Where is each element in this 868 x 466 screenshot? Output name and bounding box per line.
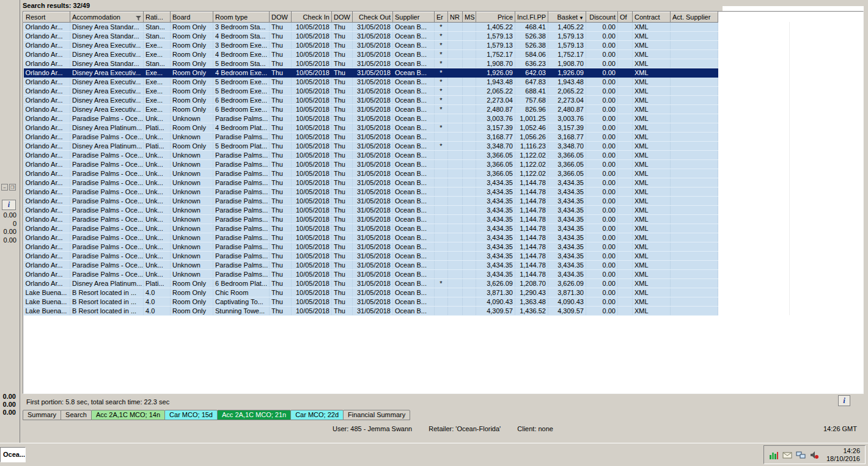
- column-header-rati-[interactable]: Rati...: [144, 12, 171, 23]
- tab-acc-2a-1c-mco-21n[interactable]: Acc 2A,1C MCO; 21n: [217, 410, 291, 420]
- result-row[interactable]: Orlando Ar...Disney Area Executiv...Exe.…: [24, 87, 718, 96]
- cell: Thu: [270, 123, 292, 133]
- cell: [671, 105, 718, 114]
- column-header-discount[interactable]: Discount: [586, 12, 618, 23]
- column-label: Room type: [215, 13, 248, 21]
- tab-financial-summary[interactable]: Financial Summary: [343, 410, 410, 420]
- tab-acc-2a-1c-mco-14n[interactable]: Acc 2A,1C MCO; 14n: [91, 410, 165, 420]
- chart-icon[interactable]: [769, 450, 779, 460]
- column-header-of[interactable]: Of: [618, 12, 633, 23]
- cell: Ocean B...: [393, 133, 435, 142]
- result-row[interactable]: Orlando Ar...Disney Area Executiv...Exe.…: [24, 50, 718, 59]
- tab-summary[interactable]: Summary: [23, 410, 61, 420]
- cell: Thu: [270, 307, 292, 316]
- result-row[interactable]: Orlando Ar...Paradise Palms - Oce...Unk.…: [24, 206, 718, 215]
- column-header-dow[interactable]: DOW: [332, 12, 353, 23]
- audio-icon[interactable]: [809, 450, 819, 460]
- result-row[interactable]: Orlando Ar...Disney Area Platinum...Plat…: [24, 279, 718, 288]
- info-button[interactable]: i: [838, 395, 850, 406]
- panel-restore-icon[interactable]: ❐: [9, 184, 16, 191]
- cell: Ocean B...: [393, 142, 435, 151]
- result-row[interactable]: Orlando Ar...Disney Area Executiv...Exe.…: [24, 78, 718, 87]
- result-row[interactable]: Orlando Ar...Disney Area Executiv...Exe.…: [24, 96, 718, 105]
- result-row[interactable]: Orlando Ar...Paradise Palms - Oce...Unk.…: [24, 252, 718, 261]
- result-row[interactable]: Orlando Ar...Paradise Palms - Oce...Unk.…: [24, 169, 718, 178]
- mail-icon[interactable]: [782, 450, 792, 460]
- taskbar-window-button[interactable]: Ocea...: [0, 447, 26, 462]
- cell: [435, 297, 448, 307]
- cell: Ocean B...: [393, 261, 435, 270]
- cell: [671, 288, 718, 297]
- result-row[interactable]: Orlando Ar...Paradise Palms - Oce...Unk.…: [24, 215, 718, 224]
- column-header-accommodation[interactable]: Accommodation: [70, 12, 144, 23]
- cell: Ocean B...: [393, 23, 435, 32]
- column-header-contract[interactable]: Contract: [633, 12, 671, 23]
- cell: Orlando Ar...: [24, 197, 70, 206]
- result-row[interactable]: Orlando Ar...Disney Area Standar...Stan.…: [24, 32, 718, 41]
- cell: 10/05/2018: [292, 142, 332, 151]
- column-header-supplier[interactable]: Supplier: [393, 12, 435, 23]
- result-row[interactable]: Orlando Ar...Paradise Palms - Oce...Unk.…: [24, 224, 718, 233]
- result-row[interactable]: Orlando Ar...Paradise Palms - Oce...Unk.…: [24, 233, 718, 242]
- network-icon[interactable]: [796, 450, 806, 460]
- cell: 526.38: [515, 41, 548, 50]
- cell: [463, 252, 476, 261]
- column-header-dow[interactable]: DOW: [270, 12, 292, 23]
- result-row[interactable]: Orlando Ar...Paradise Palms - Oce...Unk.…: [24, 160, 718, 169]
- result-row[interactable]: Lake Buena...B Resort located in ...4.0R…: [24, 297, 718, 307]
- result-row[interactable]: Orlando Ar...Paradise Palms - Oce...Unk.…: [24, 151, 718, 160]
- result-row[interactable]: Orlando Ar...Disney Area Platinum...Plat…: [24, 142, 718, 151]
- column-header-check-out[interactable]: Check Out: [353, 12, 393, 23]
- column-header-ms[interactable]: MS: [463, 12, 476, 23]
- column-header-room-type[interactable]: Room type: [213, 12, 270, 23]
- tab-car-mco-15d[interactable]: Car MCO; 15d: [164, 410, 218, 420]
- column-label: Contract: [634, 13, 660, 21]
- column-label: Discount: [589, 13, 616, 21]
- cell: Orlando Ar...: [24, 59, 70, 68]
- result-row[interactable]: Orlando Ar...Disney Area Standar...Stan.…: [24, 59, 718, 68]
- info-button-left[interactable]: i: [2, 200, 16, 210]
- cell: 0.00: [586, 105, 618, 114]
- cell: Captivating To...: [213, 297, 270, 307]
- column-header-basket[interactable]: Basket▼: [548, 12, 586, 23]
- result-row[interactable]: Orlando Ar...Disney Area Executiv...Exe.…: [24, 68, 718, 78]
- result-row[interactable]: Orlando Ar...Paradise Palms - Oce...Unk.…: [24, 114, 718, 123]
- cell: [463, 59, 476, 68]
- results-grid[interactable]: ResortAccommodationRati...BoardRoom type…: [23, 11, 864, 394]
- cell: [463, 197, 476, 206]
- result-row[interactable]: Lake Buena...B Resort located in ...4.0R…: [24, 288, 718, 297]
- cell: [618, 206, 633, 215]
- column-header-board[interactable]: Board: [171, 12, 213, 23]
- cell: [448, 279, 463, 288]
- result-row[interactable]: Orlando Ar...Disney Area Platinum...Plat…: [24, 123, 718, 133]
- result-row[interactable]: Orlando Ar...Disney Area Executiv...Exe.…: [24, 41, 718, 50]
- tray-clock[interactable]: 14:26 18/10/2016: [826, 447, 860, 463]
- result-row[interactable]: Orlando Ar...Disney Area Executiv...Exe.…: [24, 105, 718, 114]
- result-row[interactable]: Orlando Ar...Paradise Palms - Oce...Unk.…: [24, 178, 718, 187]
- tab-car-mco-22d[interactable]: Car MCO; 22d: [290, 410, 344, 420]
- cell: Disney Area Executiv...: [70, 87, 144, 96]
- result-row[interactable]: Orlando Ar...Paradise Palms - Oce...Unk.…: [24, 261, 718, 270]
- column-header-resort[interactable]: Resort: [24, 12, 70, 23]
- result-row[interactable]: Orlando Ar...Paradise Palms - Oce...Unk.…: [24, 270, 718, 279]
- column-header-er[interactable]: Er: [435, 12, 448, 23]
- panel-pin-icon[interactable]: –: [1, 184, 8, 191]
- cell: 0.00: [586, 224, 618, 233]
- result-row[interactable]: Lake Buena...B Resort located in ...4.0R…: [24, 307, 718, 316]
- result-row[interactable]: Orlando Ar...Paradise Palms - Oce...Unk.…: [24, 187, 718, 197]
- result-row[interactable]: Orlando Ar...Paradise Palms - Oce...Unk.…: [24, 242, 718, 252]
- filter-funnel-icon[interactable]: [136, 15, 141, 22]
- result-row[interactable]: Orlando Ar...Paradise Palms - Oce...Unk.…: [24, 133, 718, 142]
- cell: XML: [633, 279, 671, 288]
- cell: Orlando Ar...: [24, 87, 70, 96]
- column-header-check-in[interactable]: Check In: [292, 12, 332, 23]
- column-header-nr[interactable]: NR: [448, 12, 463, 23]
- column-header-incl-fl-pp[interactable]: Incl.Fl.PP: [515, 12, 548, 23]
- cell: 31/05/2018: [353, 270, 393, 279]
- cell: Disney Area Standar...: [70, 32, 144, 41]
- result-row[interactable]: Orlando Ar...Disney Area Standar...Stan.…: [24, 23, 718, 32]
- column-header-act-supplier[interactable]: Act. Supplier: [671, 12, 718, 23]
- result-row[interactable]: Orlando Ar...Paradise Palms - Oce...Unk.…: [24, 197, 718, 206]
- tab-search[interactable]: Search: [61, 410, 92, 420]
- column-header-price[interactable]: Price: [476, 12, 515, 23]
